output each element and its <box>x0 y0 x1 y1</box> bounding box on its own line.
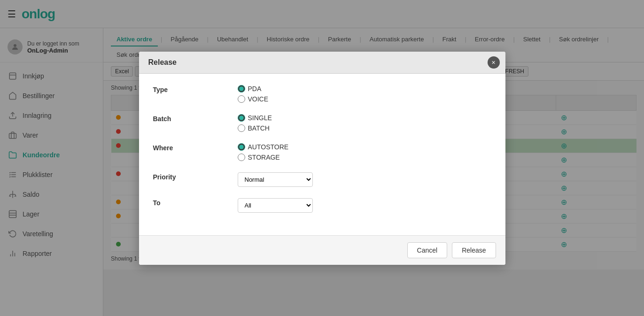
modal-overlay[interactable]: Release × Type PDA VOICE <box>0 0 644 316</box>
type-pda-option[interactable]: PDA <box>238 85 269 92</box>
type-row: Type PDA VOICE <box>153 85 491 103</box>
batch-batch-radio[interactable] <box>238 124 245 132</box>
release-modal: Release × Type PDA VOICE <box>139 52 505 265</box>
where-storage-radio[interactable] <box>238 154 245 161</box>
batch-row: Batch SINGLE BATCH <box>153 114 491 132</box>
batch-batch-label: BATCH <box>248 124 270 132</box>
modal-footer: Cancel Release <box>139 235 505 265</box>
batch-controls: SINGLE BATCH <box>238 114 272 132</box>
batch-batch-option[interactable]: BATCH <box>238 124 272 132</box>
where-autostore-radio[interactable] <box>238 143 245 151</box>
where-row: Where AUTOSTORE STORAGE <box>153 143 491 161</box>
batch-single-radio[interactable] <box>238 114 245 122</box>
type-voice-radio[interactable] <box>238 95 245 103</box>
type-pda-label: PDA <box>248 85 262 92</box>
type-controls: PDA VOICE <box>238 85 269 103</box>
batch-single-label: SINGLE <box>248 114 272 122</box>
modal-body: Type PDA VOICE Batch <box>139 74 505 235</box>
where-controls: AUTOSTORE STORAGE <box>238 143 289 161</box>
batch-single-option[interactable]: SINGLE <box>238 114 272 122</box>
to-row: To All Zone 1 Zone 2 <box>153 198 491 213</box>
type-label: Type <box>153 85 238 93</box>
batch-label: Batch <box>153 114 238 123</box>
where-autostore-option[interactable]: AUTOSTORE <box>238 143 289 151</box>
to-select[interactable]: All Zone 1 Zone 2 <box>238 198 313 213</box>
type-pda-radio[interactable] <box>238 85 245 92</box>
where-storage-label: STORAGE <box>248 154 280 161</box>
type-voice-option[interactable]: VOICE <box>238 95 269 103</box>
where-label: Where <box>153 143 238 152</box>
where-storage-option[interactable]: STORAGE <box>238 154 289 161</box>
modal-title: Release <box>148 58 177 66</box>
priority-label: Priority <box>153 172 238 181</box>
priority-select[interactable]: Normal High Low <box>238 172 313 187</box>
where-autostore-label: AUTOSTORE <box>248 143 289 151</box>
modal-header: Release × <box>139 52 505 74</box>
to-label: To <box>153 198 238 207</box>
type-voice-label: VOICE <box>248 95 269 103</box>
release-button[interactable]: Release <box>452 242 496 258</box>
priority-row: Priority Normal High Low <box>153 172 491 187</box>
cancel-button[interactable]: Cancel <box>407 242 448 258</box>
modal-close-button[interactable]: × <box>488 56 500 69</box>
